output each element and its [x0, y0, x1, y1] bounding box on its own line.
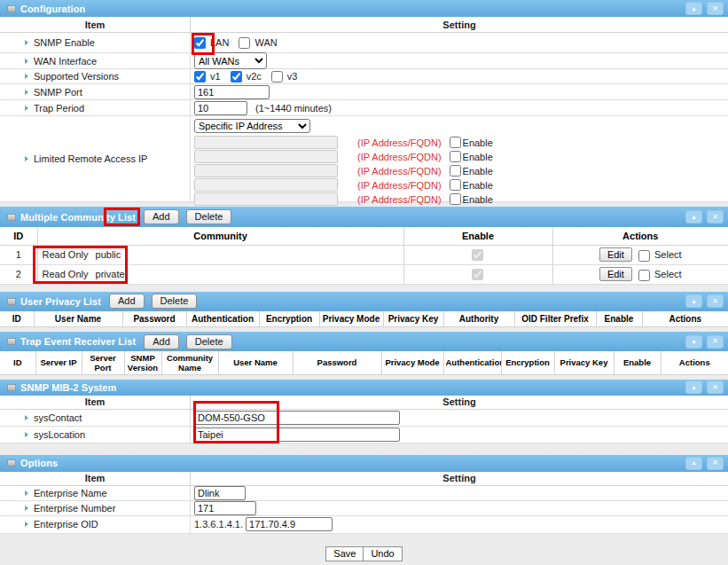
column-header: Privacy Mode [381, 351, 443, 374]
column-header: Enable [596, 311, 642, 327]
remote-access-type-select[interactable]: Specific IP Address [194, 119, 310, 133]
snmp-enable-lan-checkbox[interactable] [194, 37, 206, 49]
version-v3-checkbox[interactable] [271, 71, 283, 82]
item-arrow-icon [25, 90, 28, 95]
close-button[interactable]: ✕ [707, 335, 724, 349]
multiple-community-table: ID Community Enable Actions 1 Read Only … [0, 227, 728, 285]
remote-ip-enable-checkbox[interactable] [450, 165, 461, 177]
item-label: sysLocation [34, 429, 85, 440]
remote-ip-input[interactable] [194, 178, 338, 192]
snmp-port-input[interactable] [194, 85, 270, 99]
save-button[interactable]: Save [325, 546, 364, 561]
trap-add-button[interactable]: Add [144, 334, 179, 349]
community-id-cell: 1 [0, 245, 37, 264]
edit-button[interactable]: Edit [599, 267, 632, 281]
collapse-button[interactable]: ▴ [685, 2, 702, 15]
collapse-button[interactable]: ▴ [685, 381, 702, 394]
community-cell: Read Only private [37, 264, 403, 284]
community-add-button[interactable]: Add [144, 209, 179, 224]
ip-fqdn-hint: (IP Address/FQDN) [357, 152, 442, 162]
trap-period-input[interactable] [194, 101, 247, 115]
column-header: Server IP [35, 351, 82, 374]
panel-icon [7, 298, 16, 305]
community-delete-button[interactable]: Delete [186, 209, 232, 224]
column-header: ID [0, 227, 37, 245]
remote-ip-input[interactable] [194, 150, 338, 163]
enterprise-number-input[interactable] [194, 501, 256, 515]
item-label: sysContact [34, 412, 82, 423]
community-enable-cell [403, 264, 552, 284]
community-mode: Read Only [43, 269, 93, 279]
user-privacy-delete-button[interactable]: Delete [152, 294, 198, 309]
select-checkbox[interactable] [638, 250, 650, 262]
collapse-button[interactable]: ▴ [685, 457, 702, 470]
syscontact-input[interactable] [194, 411, 400, 425]
item-label: Limited Remote Access IP [34, 153, 147, 164]
column-header: Authority [443, 311, 514, 327]
enable-checkbox [472, 269, 483, 280]
remote-ip-input[interactable] [194, 136, 338, 149]
remote-ip-enable-checkbox[interactable] [450, 137, 461, 148]
v2c-checkbox-label: v2c [247, 71, 262, 82]
v3-checkbox-label: v3 [287, 71, 298, 82]
footer-actions: Save Undo [0, 534, 728, 565]
section-title: Configuration [20, 4, 85, 14]
column-header: SNMP Version [124, 351, 161, 374]
item-arrow-icon [25, 156, 28, 161]
mib2-column-headers: Item Setting [0, 396, 728, 410]
item-label: SNMP Port [34, 87, 82, 98]
syslocation-input[interactable] [194, 428, 400, 442]
close-button[interactable]: ✕ [707, 210, 724, 224]
remote-ip-row: (IP Address/FQDN) Enable [194, 150, 493, 163]
version-v2c-checkbox[interactable] [231, 71, 242, 82]
collapse-button[interactable]: ▴ [685, 210, 702, 224]
enterprise-oid-prefix: 1.3.6.1.4.1. [194, 519, 243, 530]
wan-interface-select[interactable]: All WANs [194, 52, 267, 69]
column-header: Community [37, 227, 403, 245]
close-button[interactable]: ✕ [707, 457, 724, 470]
enable-checkbox-label: Enable [463, 166, 493, 177]
undo-button[interactable]: Undo [363, 546, 402, 561]
collapse-button[interactable]: ▴ [685, 335, 702, 349]
enterprise-oid-input[interactable] [246, 517, 333, 531]
item-label: Enterprise Number [34, 503, 115, 514]
column-header: Password [293, 351, 381, 374]
section-title: Options [20, 458, 58, 468]
close-button[interactable]: ✕ [707, 381, 724, 394]
remote-ip-row: (IP Address/FQDN) Enable [194, 192, 493, 206]
close-button[interactable]: ✕ [707, 2, 724, 15]
version-v1-checkbox[interactable] [194, 71, 206, 82]
remote-ip-input[interactable] [194, 192, 338, 206]
edit-button[interactable]: Edit [599, 247, 632, 262]
column-header: Actions [642, 311, 728, 327]
remote-ip-enable-checkbox[interactable] [450, 151, 461, 162]
panel-icon [7, 459, 16, 467]
trap-delete-button[interactable]: Delete [186, 334, 232, 349]
remote-ip-row: (IP Address/FQDN) Enable [194, 164, 493, 177]
snmp-enable-wan-checkbox[interactable] [239, 37, 250, 49]
remote-ip-input[interactable] [194, 164, 338, 177]
multiple-community-list-section: Multiple Community List Add Delete ▴ ✕ I… [0, 207, 728, 285]
column-header: Authentication [443, 351, 501, 374]
v1-checkbox-label: v1 [210, 71, 221, 82]
section-title: User Privacy List [20, 296, 101, 307]
select-checkbox-label: Select [654, 249, 682, 260]
trap-event-receiver-list-header: Trap Event Receiver List Add Delete ▴ ✕ [0, 332, 728, 351]
enterprise-number-row: Enterprise Number [0, 501, 728, 516]
panel-icon [7, 214, 16, 221]
remote-ip-enable-checkbox[interactable] [450, 179, 461, 191]
item-arrow-icon [25, 59, 28, 64]
column-header: Enable [614, 351, 661, 374]
collapse-button[interactable]: ▴ [685, 294, 702, 308]
remote-ip-enable-checkbox[interactable] [450, 193, 461, 205]
select-checkbox[interactable] [638, 270, 650, 281]
close-button[interactable]: ✕ [707, 294, 724, 308]
column-header: User Name [34, 311, 122, 327]
enterprise-oid-row: Enterprise OID 1.3.6.1.4.1. [0, 516, 728, 534]
syslocation-row: sysLocation [0, 427, 728, 443]
community-table-row: 2 Read Only private Edit Select [0, 264, 728, 284]
enterprise-name-input[interactable] [194, 486, 246, 500]
snmp-enable-row: SNMP Enable LAN WAN [0, 33, 728, 53]
column-header: User Name [218, 351, 293, 374]
user-privacy-add-button[interactable]: Add [109, 294, 145, 309]
